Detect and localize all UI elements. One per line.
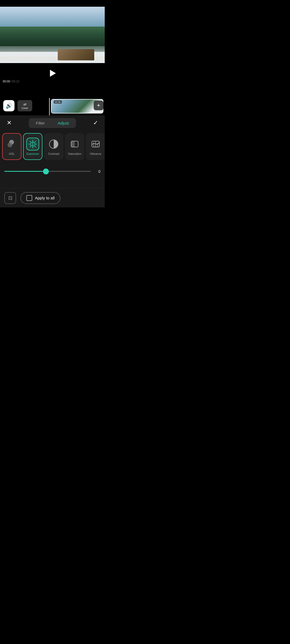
vibrance-label: Vibrance <box>90 152 101 155</box>
hsl-circle-2 <box>8 142 12 147</box>
compare-icon: ⊡ <box>8 195 12 201</box>
add-clip-button[interactable]: + <box>94 101 103 110</box>
slider-value: 0 <box>94 169 100 174</box>
tools-row: HSL Exposure Contrast <box>0 130 105 163</box>
confirm-button[interactable]: ✓ <box>91 118 100 128</box>
total-time: 00:12 <box>12 80 20 83</box>
time-separator: / <box>11 80 12 83</box>
contrast-icon-container <box>47 138 60 151</box>
clip-duration-badge: 12.4s <box>54 100 62 104</box>
vibrance-icon-container <box>89 138 102 151</box>
close-button[interactable]: ✕ <box>4 118 14 128</box>
status-bar <box>0 0 105 7</box>
hsl-icon-container <box>5 138 18 151</box>
saturation-icon <box>70 140 79 149</box>
filter-tab[interactable]: Filter <box>30 119 50 127</box>
tool-vibrance[interactable]: Vibrance <box>86 133 105 160</box>
cover-arrows-icon: ⇄ <box>23 102 27 107</box>
slider-area: 0 <box>0 163 105 180</box>
current-time: 00:00 <box>3 80 10 83</box>
slider-thumb[interactable] <box>43 169 49 174</box>
saturation-icon-container <box>68 138 81 151</box>
filter-tab-label: Filter <box>36 121 45 125</box>
hsl-label: HSL <box>9 152 15 155</box>
audio-button[interactable]: 🔊 <box>3 100 15 111</box>
close-icon: ✕ <box>7 119 12 126</box>
exposure-icon-container <box>26 138 39 151</box>
compare-button[interactable]: ⊡ <box>4 192 16 204</box>
tab-row: Filter Adjust <box>29 118 76 128</box>
vibrance-icon <box>91 140 100 149</box>
filter-adjust-bar: ✕ Filter Adjust ✓ <box>0 115 105 130</box>
bottom-actions: ⊡ Apply to all <box>0 188 105 207</box>
saturation-label: Saturation <box>68 152 81 155</box>
svg-rect-11 <box>71 141 75 147</box>
audio-icon: 🔊 <box>6 103 12 109</box>
playhead <box>49 98 50 115</box>
svg-line-7 <box>35 141 36 142</box>
play-icon <box>50 70 56 77</box>
hsl-icon <box>7 139 17 149</box>
spacer <box>0 180 105 188</box>
svg-line-6 <box>35 146 36 147</box>
svg-line-5 <box>30 141 31 142</box>
tool-saturation[interactable]: Saturation <box>65 133 84 160</box>
cover-label: Cover <box>21 107 28 109</box>
contrast-label: Contrast <box>48 152 59 155</box>
controls-area: 00:00 / 00:12 <box>0 63 105 98</box>
time-display: 00:00 / 00:12 <box>0 80 105 83</box>
road-area <box>58 49 95 60</box>
cover-button[interactable]: ⇄ Cover <box>17 100 32 111</box>
contrast-half <box>54 140 58 148</box>
slider-track[interactable] <box>4 171 91 172</box>
tool-exposure[interactable]: Exposure <box>23 133 42 160</box>
apply-all-checkbox[interactable] <box>26 195 32 201</box>
check-icon: ✓ <box>93 119 98 126</box>
contrast-icon <box>49 140 58 149</box>
exposure-icon <box>28 140 37 149</box>
adjust-tab-label: Adjust <box>58 121 69 125</box>
plus-icon: + <box>97 102 100 109</box>
svg-line-8 <box>30 146 31 147</box>
play-button[interactable] <box>48 68 57 78</box>
exposure-label: Exposure <box>27 152 39 155</box>
apply-all-button[interactable]: Apply to all <box>20 192 60 204</box>
tool-contrast[interactable]: Contrast <box>44 133 63 160</box>
tool-hsl[interactable]: HSL <box>2 133 21 160</box>
apply-all-label: Apply to all <box>35 196 55 200</box>
timeline-track[interactable]: 🔊 ⇄ Cover 12.4s + <box>0 98 105 115</box>
video-preview <box>0 7 105 63</box>
adjust-tab[interactable]: Adjust <box>52 119 75 127</box>
